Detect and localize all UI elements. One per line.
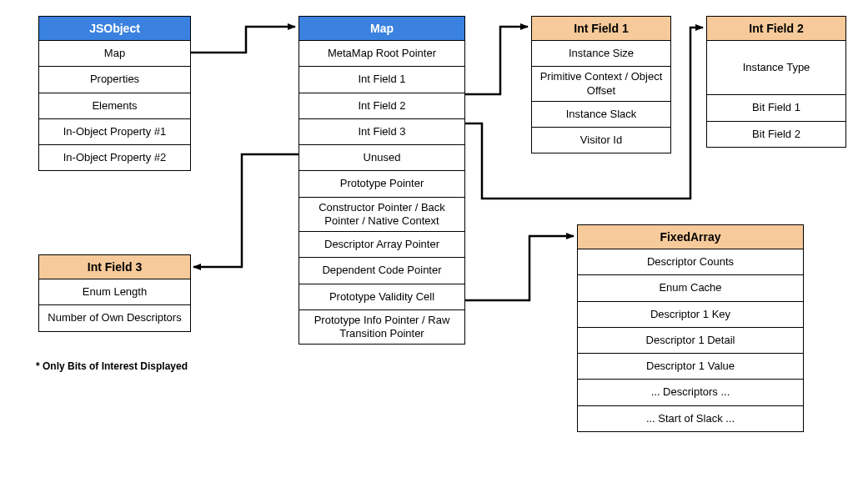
table-row: Dependent Code Pointer	[299, 258, 464, 284]
table-row: Int Field 1	[299, 67, 464, 93]
intfield3-table: Int Field 3 Enum Length Number of Own De…	[38, 254, 191, 332]
table-row: Unused	[299, 145, 464, 171]
table-row: Constructor Pointer / Back Pointer / Nat…	[299, 198, 464, 233]
footnote: * Only Bits of Interest Displayed	[36, 360, 188, 372]
intfield3-header: Int Field 3	[39, 255, 190, 279]
table-row: Number of Own Descriptors	[39, 305, 190, 330]
table-row: Descriptor Array Pointer	[299, 232, 464, 258]
table-row: Map	[39, 41, 190, 67]
table-row: ... Start of Slack ...	[578, 406, 803, 431]
table-row: Descriptor Counts	[578, 249, 803, 275]
table-row: Bit Field 1	[707, 95, 845, 121]
table-row: Enum Length	[39, 279, 190, 305]
table-row: In-Object Property #1	[39, 119, 190, 145]
intfield2-header: Int Field 2	[707, 17, 845, 41]
table-row: Instance Type	[707, 41, 845, 95]
table-row: Visitor Id	[532, 128, 670, 153]
table-row: Descriptor 1 Value	[578, 354, 803, 380]
table-row: ... Descriptors ...	[578, 380, 803, 405]
fixedarray-header: FixedArray	[578, 225, 803, 249]
table-row: In-Object Property #2	[39, 145, 190, 170]
jsobject-header: JSObject	[39, 17, 190, 41]
table-row: Properties	[39, 67, 190, 93]
fixedarray-table: FixedArray Descriptor Counts Enum Cache …	[577, 224, 804, 432]
table-row: Elements	[39, 93, 190, 119]
table-row: Int Field 2	[299, 93, 464, 119]
table-row: MetaMap Root Pointer	[299, 41, 464, 67]
jsobject-table: JSObject Map Properties Elements In-Obje…	[38, 16, 191, 171]
map-table: Map MetaMap Root Pointer Int Field 1 Int…	[299, 16, 465, 345]
table-row: Descriptor 1 Key	[578, 302, 803, 328]
intfield1-header: Int Field 1	[532, 17, 670, 41]
table-row: Enum Cache	[578, 275, 803, 301]
table-row: Instance Size	[532, 41, 670, 67]
table-row: Bit Field 2	[707, 122, 845, 147]
table-row: Prototype Info Pointer / Raw Transition …	[299, 310, 464, 345]
table-row: Instance Slack	[532, 102, 670, 128]
intfield1-table: Int Field 1 Instance Size Primitive Cont…	[531, 16, 671, 153]
intfield2-table: Int Field 2 Instance Type Bit Field 1 Bi…	[706, 16, 846, 148]
map-header: Map	[299, 17, 464, 41]
table-row: Prototype Validity Cell	[299, 284, 464, 310]
table-row: Descriptor 1 Detail	[578, 328, 803, 354]
table-row: Prototype Pointer	[299, 171, 464, 197]
table-row: Int Field 3	[299, 119, 464, 145]
table-row: Primitive Context / Object Offset	[532, 67, 670, 102]
